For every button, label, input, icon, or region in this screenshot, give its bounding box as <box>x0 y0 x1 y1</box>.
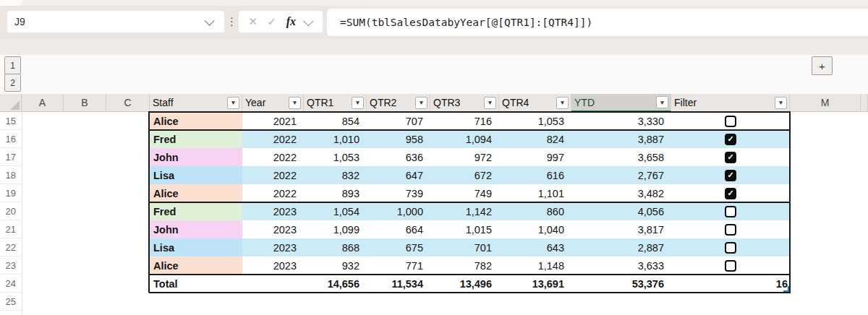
cell-qtr2[interactable]: 707 <box>367 112 430 130</box>
cell-year[interactable]: 2021 <box>242 112 304 130</box>
cell-year[interactable]: 2023 <box>242 202 304 220</box>
table-header-qtr1[interactable]: QTR1▼ <box>304 94 367 112</box>
cell-qtr2[interactable]: 647 <box>367 166 430 184</box>
cell-qtr4[interactable]: 13,691 <box>499 275 571 293</box>
cell-qtr4[interactable]: 1,148 <box>499 256 571 275</box>
filter-dropdown-icon[interactable]: ▼ <box>775 97 787 109</box>
cell-qtr3[interactable]: 716 <box>430 112 499 130</box>
cell-ytd[interactable]: 2,887 <box>571 238 671 256</box>
filter-dropdown-icon[interactable]: ▼ <box>352 97 364 109</box>
cell-year[interactable]: 2023 <box>242 220 304 238</box>
cell-ytd[interactable]: 3,482 <box>571 184 671 202</box>
cell-ytd[interactable]: 3,633 <box>571 256 671 275</box>
cell-qtr3[interactable]: 782 <box>430 256 499 275</box>
row-header-19[interactable]: 19 <box>0 184 22 202</box>
cell-year[interactable] <box>242 275 304 293</box>
cell-staff[interactable]: Alice <box>150 184 242 202</box>
checkbox-checked-icon[interactable]: ✓ <box>725 170 736 181</box>
cell-staff[interactable]: Alice <box>150 112 242 130</box>
table-header-staff[interactable]: Staff▼ <box>150 94 242 112</box>
table-header-filter[interactable]: Filter▼ <box>671 94 790 112</box>
row-header-16[interactable]: 16 <box>0 130 22 148</box>
cell-qtr4[interactable]: 1,040 <box>499 220 571 238</box>
cell-qtr3[interactable]: 701 <box>430 238 499 256</box>
cell-year[interactable]: 2023 <box>242 238 304 256</box>
cell-ytd[interactable]: 3,817 <box>571 220 671 238</box>
cell-qtr3[interactable]: 672 <box>430 166 499 184</box>
checkbox-checked-icon[interactable]: ✓ <box>725 134 736 145</box>
table-header-qtr4[interactable]: QTR4▼ <box>499 94 571 112</box>
row-header-18[interactable]: 18 <box>0 166 22 184</box>
checkbox-unchecked-icon[interactable] <box>725 116 736 127</box>
table-header-qtr2[interactable]: QTR2▼ <box>367 94 430 112</box>
cell-qtr4[interactable]: 824 <box>499 130 571 148</box>
outline-level-2-button[interactable]: 2 <box>4 74 21 92</box>
cell-qtr4[interactable]: 860 <box>499 202 571 220</box>
cell-ytd[interactable]: 2,767 <box>571 166 671 184</box>
cell-year[interactable]: 2022 <box>242 166 304 184</box>
filter-dropdown-icon[interactable]: ▼ <box>289 97 301 109</box>
outline-level-1-button[interactable]: 1 <box>4 56 21 74</box>
checkbox-checked-icon[interactable]: ✓ <box>725 188 736 199</box>
cell-qtr4[interactable]: 997 <box>499 148 571 166</box>
fx-chevron-icon[interactable] <box>304 16 314 26</box>
cell-qtr1[interactable]: 1,010 <box>304 130 367 148</box>
filter-dropdown-icon[interactable]: ▼ <box>227 97 239 109</box>
cell-qtr3[interactable]: 13,496 <box>430 275 499 293</box>
cell-qtr1[interactable]: 932 <box>304 256 367 275</box>
filter-dropdown-icon[interactable]: ▼ <box>656 96 668 108</box>
row-header-23[interactable]: 23 <box>0 256 22 275</box>
cell-ytd[interactable]: 3,887 <box>571 130 671 148</box>
formula-input[interactable]: =SUM(tblSalesDatabyYear[@[QTR1]:[QTR4]]) <box>327 9 868 36</box>
cell-ytd[interactable]: 3,330 <box>571 112 671 130</box>
checkbox-checked-icon[interactable]: ✓ <box>725 152 736 163</box>
cell-qtr1[interactable]: 854 <box>304 112 367 130</box>
cell-qtr4[interactable]: 643 <box>499 238 571 256</box>
cell-qtr2[interactable]: 771 <box>367 256 430 275</box>
row-header-24[interactable]: 24 <box>0 275 22 293</box>
row-header-20[interactable]: 20 <box>0 202 22 220</box>
cell-qtr1[interactable]: 14,656 <box>304 275 367 293</box>
table-header-ytd[interactable]: YTD▼ <box>571 94 671 112</box>
cell-ytd[interactable]: 53,376 <box>571 275 671 293</box>
outline-expand-button[interactable]: + <box>812 56 833 75</box>
cell-staff[interactable]: Lisa <box>150 238 242 256</box>
checkbox-unchecked-icon[interactable] <box>725 206 736 217</box>
row-header-22[interactable]: 22 <box>0 238 22 256</box>
row-header-21[interactable]: 21 <box>0 220 22 238</box>
cell-filter-total[interactable]: 16 <box>671 275 790 293</box>
cell-qtr2[interactable]: 675 <box>367 238 430 256</box>
cell-staff[interactable]: Lisa <box>150 166 242 184</box>
cancel-icon[interactable]: ✕ <box>249 15 258 28</box>
row-header-25[interactable]: 25 <box>0 293 22 311</box>
cell-qtr2[interactable]: 1,000 <box>367 202 430 220</box>
cell-ytd[interactable]: 4,056 <box>571 202 671 220</box>
cell-staff[interactable]: Total <box>150 275 242 293</box>
cell-staff[interactable]: John <box>150 148 242 166</box>
cell-qtr2[interactable]: 636 <box>367 148 430 166</box>
cell-qtr1[interactable]: 1,099 <box>304 220 367 238</box>
cell-qtr4[interactable]: 616 <box>499 166 571 184</box>
column-header-m[interactable]: M <box>790 94 861 112</box>
select-all-corner[interactable] <box>0 94 22 112</box>
cell-staff[interactable]: Alice <box>150 256 242 275</box>
cell-staff[interactable]: Fred <box>150 202 242 220</box>
checkbox-unchecked-icon[interactable] <box>725 260 736 272</box>
cell-qtr2[interactable]: 11,534 <box>367 275 430 293</box>
cell-qtr3[interactable]: 1,015 <box>430 220 499 238</box>
column-header-c[interactable]: C <box>106 94 150 112</box>
cell-year[interactable]: 2022 <box>242 184 304 202</box>
filter-dropdown-icon[interactable]: ▼ <box>415 97 427 109</box>
cell-qtr4[interactable]: 1,053 <box>499 112 571 130</box>
table-header-qtr3[interactable]: QTR3▼ <box>430 94 499 112</box>
cell-qtr1[interactable]: 1,054 <box>304 202 367 220</box>
column-header-a[interactable]: A <box>22 94 64 112</box>
cell-ytd[interactable]: 3,658 <box>571 148 671 166</box>
column-header-b[interactable]: B <box>64 94 106 112</box>
insert-function-icon[interactable]: fx <box>286 15 296 28</box>
cell-qtr1[interactable]: 832 <box>304 166 367 184</box>
table-resize-handle[interactable] <box>783 286 789 292</box>
cell-qtr3[interactable]: 1,142 <box>430 202 499 220</box>
cell-qtr2[interactable]: 664 <box>367 220 430 238</box>
enter-icon[interactable]: ✓ <box>268 15 277 28</box>
